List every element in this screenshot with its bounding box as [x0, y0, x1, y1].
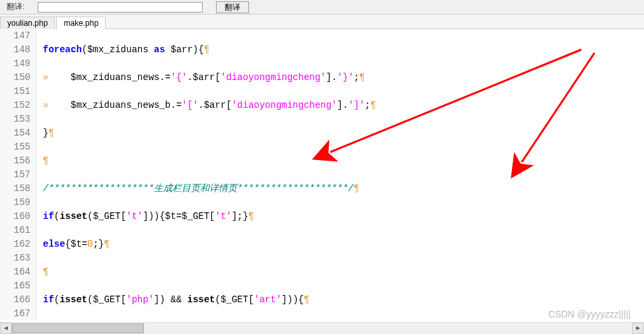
line-num: 155 — [0, 140, 30, 154]
scroll-thumb[interactable] — [12, 323, 144, 333]
line-num: 150 — [0, 71, 30, 85]
line-num: 165 — [0, 279, 30, 293]
line-num: 163 — [0, 251, 30, 265]
code-line: ¶ — [43, 265, 644, 279]
code-editor[interactable]: 147 148 149 150 151 152 153 154 155 156 … — [0, 29, 644, 320]
line-num: 157 — [0, 168, 30, 182]
scroll-right-icon[interactable]: ► — [632, 323, 644, 334]
translate-input[interactable] — [38, 2, 203, 13]
line-num: 156 — [0, 154, 30, 168]
line-num: 159 — [0, 196, 30, 210]
code-line: if(isset($_GET['t'])){$t=$_GET['t'];}¶ — [43, 210, 644, 224]
code-line: » $mx_ziduans_news_b.='['.$arr['diaoyong… — [43, 99, 644, 112]
code-line: » $mx_ziduans_news.='{'.$arr['diaoyongmi… — [43, 71, 644, 85]
translate-label: 翻译: — [7, 1, 24, 13]
line-num: 162 — [0, 237, 30, 251]
line-num: 153 — [0, 112, 30, 126]
line-num: 167 — [0, 307, 30, 320]
code-line: foreach($mx_ziduans as $arr){¶ — [43, 43, 644, 57]
code-line: if(isset($_GET['php']) && isset($_GET['a… — [43, 293, 644, 307]
line-num: 166 — [0, 293, 30, 307]
watermark: CSDN @yyyyzzz||||| — [548, 309, 631, 319]
tab-make[interactable]: make.php — [56, 17, 106, 29]
line-num: 161 — [0, 224, 30, 237]
code-line: else{$t=0;}¶ — [43, 237, 644, 251]
scroll-left-icon[interactable]: ◄ — [0, 323, 12, 334]
line-num: 149 — [0, 57, 30, 71]
horizontal-scrollbar[interactable]: ◄ ► — [0, 322, 644, 334]
line-num: 158 — [0, 182, 30, 196]
line-num: 152 — [0, 99, 30, 112]
scroll-track[interactable] — [12, 323, 632, 334]
tab-youlian[interactable]: youlian.php — [0, 17, 55, 29]
line-num: 164 — [0, 265, 30, 279]
code-line: }¶ — [43, 126, 644, 140]
line-num: 148 — [0, 43, 30, 57]
line-num: 147 — [0, 29, 30, 43]
line-gutter: 147 148 149 150 151 152 153 154 155 156 … — [0, 29, 36, 320]
line-num: 154 — [0, 126, 30, 140]
line-num: 160 — [0, 210, 30, 224]
code-area[interactable]: foreach($mx_ziduans as $arr){¶ » $mx_zid… — [36, 29, 644, 320]
code-line: ¶ — [43, 154, 644, 168]
translate-button[interactable]: 翻译 — [216, 1, 249, 13]
tab-bar: youlian.php make.php — [0, 15, 644, 29]
toolbar: 翻译: 翻译 — [0, 0, 644, 15]
line-num: 151 — [0, 85, 30, 99]
code-line: /*******************生成栏目页和详情页***********… — [43, 182, 644, 196]
